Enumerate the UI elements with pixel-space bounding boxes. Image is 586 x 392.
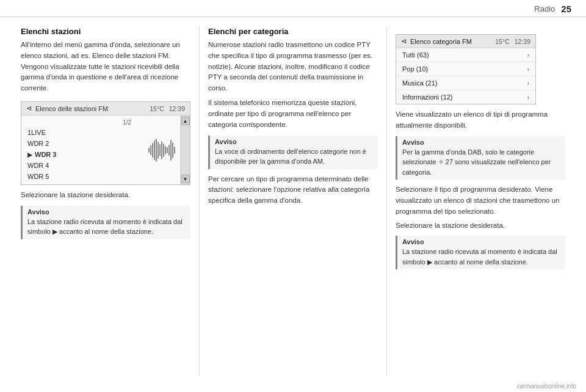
col1-body: All'interno del menù gamma d'onda, selez… (21, 40, 190, 94)
col3-aviso1-text: Per la gamma d'onda DAB, solo le categor… (402, 147, 560, 178)
cat-fm-widget: ⊲ Elenco categoria FM 15°C 12:39 Tutti (… (396, 34, 536, 104)
col2-title: Elenchi per categoria (208, 27, 378, 36)
cat-item-pop[interactable]: Pop (10) › (396, 62, 535, 76)
col1-para-2: Selezionare la stazione desiderata. (21, 190, 190, 201)
col2-para-3: Per cercare un tipo di programma de­term… (208, 174, 378, 206)
cat-item-musica[interactable]: Musica (21) › (396, 76, 535, 90)
fm-widget-body: 1/2 1LIVE WDR 2 ▶ WDR 3 WDR 4 (21, 115, 190, 184)
bar (168, 145, 170, 156)
col1-aviso-title: Avviso (27, 208, 186, 216)
fm-time: 12:39 (169, 105, 185, 112)
col2-para-3-wrap: Per cercare un tipo di programma de­term… (208, 174, 378, 206)
fm-scrollbar: ▲ ▼ (180, 115, 190, 184)
footer-logo: carmanualsonline.info (517, 383, 576, 390)
cat-item-info-label: Informazioni (12) (402, 93, 453, 101)
col3-para-1-wrap: Viene visualizzato un elenco di tipi di … (396, 109, 565, 131)
bar (163, 143, 164, 157)
col1-aviso-text: La stazione radio ricevuta al mo­mento è… (27, 217, 186, 237)
station-name-1live: 1LIVE (27, 129, 46, 136)
bar (157, 142, 159, 159)
main-content: Elenchi stazioni All'interno del menù ga… (0, 17, 586, 386)
bar (167, 147, 168, 153)
column-3: ⊲ Elenco categoria FM 15°C 12:39 Tutti (… (387, 27, 574, 376)
bar (159, 144, 161, 156)
fm-station-wdr2[interactable]: WDR 2 (21, 138, 143, 149)
cat-header-left: ⊲ Elenco categoria FM (401, 37, 472, 45)
col2-aviso-text: La voce di ordinamento dell'elenco ca­te… (215, 147, 373, 167)
column-2: Elenchi per categoria Numerose stazioni … (200, 27, 387, 376)
cat-item-info[interactable]: Informazioni (12) › (396, 90, 535, 104)
bar (156, 139, 157, 162)
col3-para-3: Selezionare la stazione desiderata. (396, 220, 565, 231)
cat-item-pop-label: Pop (10) (402, 65, 428, 73)
scroll-down-button[interactable]: ▼ (181, 175, 190, 183)
playing-icon: ▶ (27, 151, 32, 158)
fm-station-wdr3[interactable]: ▶ WDR 3 (21, 149, 143, 160)
scroll-up-button[interactable]: ▲ (181, 117, 190, 125)
fm-header-label: Elenco delle stazioni FM (35, 105, 108, 112)
fm-widget-header: ⊲ Elenco delle stazioni FM 15°C 12:39 (21, 102, 190, 115)
fm-waveform (143, 115, 180, 184)
col3-paras: Selezionare il tipo di programma de­side… (396, 184, 565, 231)
col3-aviso1-title: Avviso (402, 139, 560, 146)
fm-back-icon[interactable]: ⊲ (26, 104, 32, 112)
col1-aviso: Avviso La stazione radio ricevuta al mo­… (21, 206, 190, 239)
cat-back-icon[interactable]: ⊲ (401, 37, 407, 45)
col2-para-2: Il sistema telefonico memorizza queste s… (208, 98, 378, 130)
bar (152, 143, 153, 158)
cat-item-tutti-arrow: › (527, 52, 529, 59)
cat-item-pop-arrow: › (527, 66, 529, 73)
cat-item-musica-arrow: › (527, 80, 529, 87)
station-name-wdr2: WDR 2 (27, 140, 49, 147)
fm-header-right: 15°C 12:39 (150, 105, 185, 112)
col2-para-1: Numerose stazioni radio trasmettono un c… (208, 40, 378, 94)
station-name-wdr4: WDR 4 (27, 162, 49, 169)
cat-item-musica-label: Musica (21) (402, 79, 437, 87)
bar (165, 146, 166, 154)
station-name-wdr5: WDR 5 (27, 173, 49, 180)
bar (148, 148, 150, 153)
fm-station-wdr5[interactable]: WDR 5 (21, 171, 143, 182)
cat-widget-header: ⊲ Elenco categoria FM 15°C 12:39 (396, 35, 535, 48)
col2-aviso: Avviso La voce di ordinamento dell'elenc… (208, 136, 378, 169)
col3-aviso2-title: Avviso (402, 238, 560, 245)
col3-aviso2-text: La stazione radio ricevuta al mo­mento è… (402, 247, 560, 267)
bar (161, 141, 162, 159)
bar (174, 147, 175, 154)
fm-station-wdr4[interactable]: WDR 4 (21, 160, 143, 171)
cat-item-list: Tutti (63) › Pop (10) › Musica (21) › In… (396, 48, 535, 104)
fm-temp: 15°C (150, 105, 164, 112)
cat-temp: 15°C (495, 38, 509, 45)
header-page-number: 25 (561, 4, 571, 14)
col2-body: Numerose stazioni radio trasmettono un c… (208, 40, 378, 131)
station-name-wdr3: WDR 3 (35, 151, 56, 158)
col1-para-1: All'interno del menù gamma d'onda, selez… (21, 40, 190, 94)
fm-station-list: 1/2 1LIVE WDR 2 ▶ WDR 3 WDR 4 (21, 115, 143, 184)
bar (154, 140, 155, 160)
bar (170, 140, 172, 161)
col1-select-text: Selezionare la stazione desiderata. (21, 190, 190, 201)
cat-header-label: Elenco categoria FM (410, 38, 472, 45)
bar (150, 145, 151, 155)
cat-time: 12:39 (515, 38, 530, 45)
column-1: Elenchi stazioni All'interno del menù ga… (12, 27, 200, 376)
fm-station-1live[interactable]: 1LIVE (21, 127, 143, 138)
cat-item-tutti-label: Tutti (63) (402, 51, 429, 59)
col2-aviso-title: Avviso (215, 138, 373, 145)
cat-item-tutti[interactable]: Tutti (63) › (396, 48, 535, 62)
fm-header-left: ⊲ Elenco delle stazioni FM (26, 104, 108, 112)
col1-title: Elenchi stazioni (21, 27, 190, 36)
fm-station-widget: ⊲ Elenco delle stazioni FM 15°C 12:39 1/… (21, 101, 190, 185)
footer-logo-text: carmanualsonline.info (517, 383, 576, 390)
col3-aviso2: Avviso La stazione radio ricevuta al mo­… (396, 236, 565, 269)
col3-para-2: Selezionare il tipo di programma de­side… (396, 184, 565, 217)
cat-header-right: 15°C 12:39 (495, 38, 530, 45)
header-title: Radio (534, 4, 555, 13)
col3-aviso1: Avviso Per la gamma d'onda DAB, solo le … (396, 136, 565, 180)
fm-pagination: 1/2 (123, 119, 131, 126)
waveform-bars (148, 138, 175, 162)
cat-item-info-arrow: › (527, 94, 529, 101)
col3-para-1: Viene visualizzato un elenco di tipi di … (396, 109, 565, 131)
bar (172, 142, 173, 158)
